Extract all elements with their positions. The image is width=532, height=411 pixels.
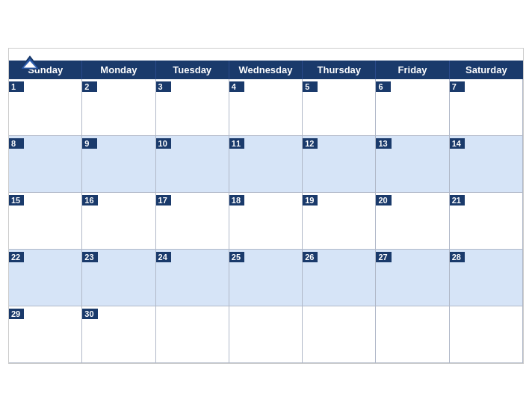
calendar-cell: 3 (156, 79, 229, 136)
calendar-cell: 14 (450, 136, 523, 193)
date-number: 18 (229, 195, 244, 206)
date-number: 6 (376, 81, 391, 92)
calendar-cell: 11 (229, 136, 303, 193)
date-number: 12 (303, 138, 318, 149)
calendar-cell: 6 (376, 79, 449, 136)
date-number: 29 (9, 309, 24, 319)
date-number: 3 (156, 81, 171, 92)
logo (18, 55, 42, 71)
calendar-cell: 24 (156, 250, 229, 306)
day-header-wednesday: Wednesday (229, 61, 303, 79)
calendar-cell: 18 (229, 193, 303, 250)
calendar: SundayMondayTuesdayWednesdayThursdayFrid… (8, 48, 524, 364)
date-number: 8 (9, 138, 24, 149)
calendar-cell: 10 (156, 136, 229, 193)
calendar-cell (376, 306, 449, 363)
date-number: 11 (229, 138, 244, 149)
date-number: 19 (303, 195, 318, 206)
calendar-cell: 19 (303, 193, 376, 250)
calendar-header (9, 49, 523, 61)
date-number: 14 (450, 138, 465, 149)
calendar-cell: 27 (376, 250, 449, 306)
date-number: 16 (82, 195, 97, 206)
calendar-cell: 23 (82, 250, 155, 306)
calendar-cell (229, 306, 303, 363)
date-number: 25 (229, 252, 244, 262)
calendar-cell: 8 (9, 136, 82, 193)
date-number: 30 (82, 309, 97, 319)
calendar-cell: 30 (82, 306, 155, 363)
date-number: 23 (82, 252, 97, 262)
calendar-cell: 20 (376, 193, 449, 250)
calendar-cell: 16 (82, 193, 155, 250)
calendar-cell: 29 (9, 306, 82, 363)
date-number: 10 (156, 138, 171, 149)
calendar-cell: 12 (303, 136, 376, 193)
date-number: 20 (376, 195, 391, 206)
date-number: 1 (9, 81, 24, 92)
calendar-cell: 2 (82, 79, 155, 136)
calendar-cell: 1 (9, 79, 82, 136)
day-header-thursday: Thursday (303, 61, 376, 79)
calendar-cell: 9 (82, 136, 155, 193)
day-header-saturday: Saturday (450, 61, 523, 79)
calendar-cell: 17 (156, 193, 229, 250)
calendar-cell (450, 306, 523, 363)
day-header-friday: Friday (376, 61, 449, 79)
calendar-cell: 28 (450, 250, 523, 306)
calendar-cell: 5 (303, 79, 376, 136)
date-number: 17 (156, 195, 171, 206)
date-number: 24 (156, 252, 171, 262)
date-number: 22 (9, 252, 24, 262)
date-number: 5 (303, 81, 318, 92)
calendar-cell: 4 (229, 79, 303, 136)
date-number: 7 (450, 81, 465, 92)
calendar-cell: 26 (303, 250, 376, 306)
logo-icon (18, 55, 42, 71)
calendar-cell: 22 (9, 250, 82, 306)
calendar-cell (303, 306, 376, 363)
date-number: 2 (82, 81, 97, 92)
calendar-cell: 15 (9, 193, 82, 250)
date-number: 26 (303, 252, 318, 262)
date-number: 21 (450, 195, 465, 206)
calendar-cell: 21 (450, 193, 523, 250)
calendar-cell (156, 306, 229, 363)
calendar-cell: 7 (450, 79, 523, 136)
date-number: 27 (376, 252, 391, 262)
calendar-grid: 1234567891011121314151617181920212223242… (9, 79, 523, 363)
date-number: 4 (229, 81, 244, 92)
date-number: 15 (9, 195, 24, 206)
day-header-monday: Monday (82, 61, 155, 79)
calendar-cell: 25 (229, 250, 303, 306)
calendar-cell: 13 (376, 136, 449, 193)
days-header: SundayMondayTuesdayWednesdayThursdayFrid… (9, 61, 523, 79)
day-header-tuesday: Tuesday (156, 61, 229, 79)
date-number: 9 (82, 138, 97, 149)
date-number: 28 (450, 252, 465, 262)
date-number: 13 (376, 138, 391, 149)
